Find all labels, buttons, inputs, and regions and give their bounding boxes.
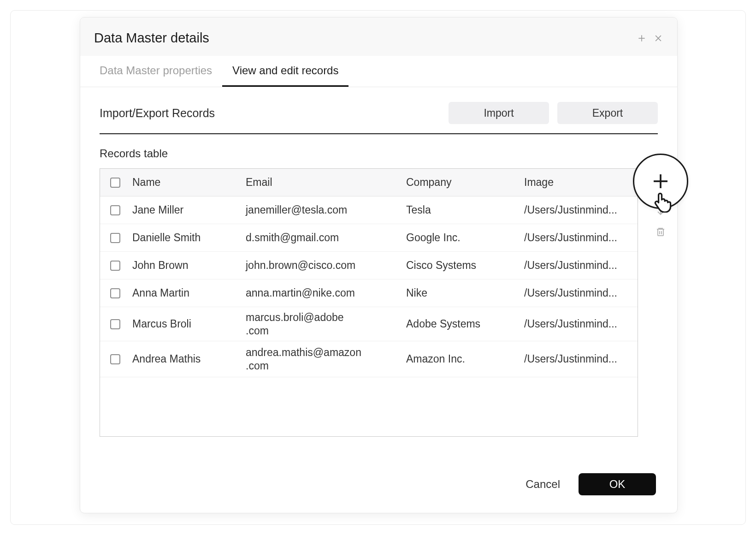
- tabs: Data Master properties View and edit rec…: [80, 56, 677, 87]
- import-export-label: Import/Export Records: [100, 107, 215, 120]
- cell-image: /Users/Justinmind...: [522, 317, 628, 331]
- col-company[interactable]: Company: [404, 176, 522, 189]
- row-checkbox[interactable]: [110, 288, 120, 298]
- import-export-buttons: Import Export: [449, 102, 658, 124]
- add-record-button[interactable]: [633, 154, 688, 209]
- row-checkbox[interactable]: [110, 354, 120, 364]
- cell-email: andrea.mathis@amazon .com: [244, 346, 404, 373]
- cell-email: john.brown@cisco.com: [244, 259, 404, 272]
- row-checkbox[interactable]: [110, 205, 120, 215]
- trash-icon[interactable]: [655, 226, 666, 238]
- dialog-footer: Cancel OK: [80, 455, 677, 513]
- cell-email: janemiller@tesla.com: [244, 203, 404, 217]
- row-checkbox[interactable]: [110, 261, 120, 271]
- col-name[interactable]: Name: [130, 176, 244, 189]
- ok-button[interactable]: OK: [579, 473, 656, 495]
- cell-company: Adobe Systems: [404, 317, 522, 331]
- cell-name: John Brown: [130, 259, 244, 272]
- tab-properties[interactable]: Data Master properties: [89, 56, 222, 87]
- table-row[interactable]: John Brown john.brown@cisco.com Cisco Sy…: [100, 252, 638, 279]
- cell-name: Danielle Smith: [130, 231, 244, 244]
- table-row[interactable]: Anna Martin anna.martin@nike.com Nike /U…: [100, 279, 638, 307]
- cell-image: /Users/Justinmind...: [522, 259, 628, 272]
- table-header: Name Email Company Image: [100, 169, 638, 196]
- cell-image: /Users/Justinmind...: [522, 286, 628, 300]
- cell-image: /Users/Justinmind...: [522, 231, 628, 244]
- cell-email: anna.martin@nike.com: [244, 286, 404, 300]
- import-button[interactable]: Import: [449, 102, 549, 124]
- cell-name: Jane Miller: [130, 203, 244, 217]
- svg-rect-7: [658, 229, 663, 236]
- plus-icon: [651, 172, 670, 190]
- cell-company: Nike: [404, 286, 522, 300]
- table-side-actions: [655, 205, 666, 238]
- cell-company: Tesla: [404, 203, 522, 217]
- cell-company: Google Inc.: [404, 231, 522, 244]
- cell-company: Cisco Systems: [404, 259, 522, 272]
- dialog-content: Import/Export Records Import Export Reco…: [80, 87, 677, 455]
- window-actions: [637, 33, 663, 43]
- records-table-label: Records table: [100, 147, 658, 160]
- cell-name: Andrea Mathis: [130, 352, 244, 366]
- cell-company: Amazon Inc.: [404, 352, 522, 366]
- dialog-header: Data Master details: [80, 18, 677, 56]
- close-icon[interactable]: [653, 33, 663, 43]
- dialog-title: Data Master details: [94, 30, 209, 46]
- plus-icon[interactable]: [637, 33, 647, 43]
- tab-records[interactable]: View and edit records: [222, 56, 348, 87]
- import-export-row: Import/Export Records Import Export: [100, 102, 658, 134]
- data-master-dialog: Data Master details Data Master properti…: [80, 17, 678, 513]
- export-button[interactable]: Export: [557, 102, 658, 124]
- row-checkbox[interactable]: [110, 319, 120, 329]
- cell-image: /Users/Justinmind...: [522, 203, 628, 217]
- table-row[interactable]: Marcus Broli marcus.broli@adobe .com Ado…: [100, 307, 638, 341]
- cell-name: Marcus Broli: [130, 317, 244, 331]
- records-table: Name Email Company Image Jane Miller jan…: [100, 168, 638, 437]
- cell-name: Anna Martin: [130, 286, 244, 300]
- col-email[interactable]: Email: [244, 176, 404, 189]
- cell-email: marcus.broli@adobe .com: [244, 311, 404, 338]
- cell-image: /Users/Justinmind...: [522, 352, 628, 366]
- table-wrap: Name Email Company Image Jane Miller jan…: [100, 168, 658, 437]
- col-image[interactable]: Image: [522, 176, 628, 189]
- table-row[interactable]: Jane Miller janemiller@tesla.com Tesla /…: [100, 196, 638, 224]
- select-all-checkbox[interactable]: [110, 178, 120, 188]
- cancel-button[interactable]: Cancel: [526, 478, 560, 491]
- row-checkbox[interactable]: [110, 233, 120, 243]
- cell-email: d.smith@gmail.com: [244, 231, 404, 244]
- table-row[interactable]: Danielle Smith d.smith@gmail.com Google …: [100, 224, 638, 252]
- table-row[interactable]: Andrea Mathis andrea.mathis@amazon .com …: [100, 341, 638, 377]
